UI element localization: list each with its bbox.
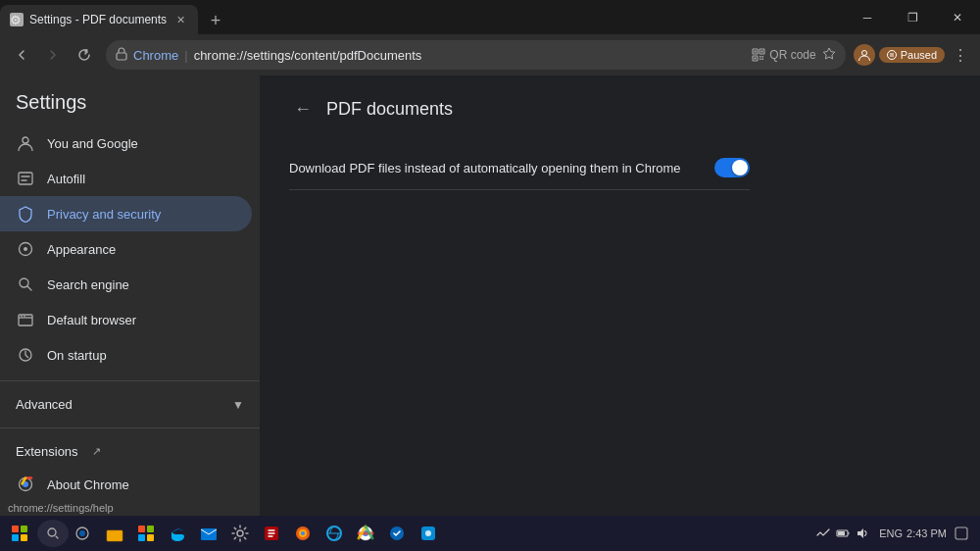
pdf-download-toggle[interactable] (714, 158, 750, 177)
status-bar: chrome://settings/help (0, 500, 122, 516)
shield-icon (16, 204, 35, 224)
tab-close-button[interactable]: ✕ (172, 12, 188, 27)
sidebar-advanced-section[interactable]: Advanced ▼ (0, 389, 260, 420)
content-wrapper: ← PDF documents Download PDF files inste… (260, 75, 980, 516)
taskbar-app-12[interactable] (414, 519, 443, 548)
qr-code-button[interactable]: QR code (752, 48, 815, 62)
svg-rect-33 (138, 534, 145, 541)
taskbar-app-11[interactable] (382, 519, 412, 548)
bookmark-button[interactable] (822, 47, 836, 64)
sidebar-label-you-and-google: You and Google (47, 136, 138, 151)
start-button[interactable] (4, 518, 35, 549)
chevron-down-icon: ▼ (232, 398, 244, 412)
svg-point-15 (23, 137, 28, 143)
page-title: PDF documents (326, 99, 453, 120)
svg-rect-7 (760, 56, 761, 58)
svg-rect-5 (761, 51, 763, 53)
person-icon (16, 133, 35, 153)
sidebar-divider (0, 380, 260, 381)
sidebar-item-privacy-security[interactable]: Privacy and security (0, 196, 252, 231)
svg-point-11 (861, 51, 866, 56)
taskbar-app-settings[interactable] (225, 519, 255, 548)
sidebar-item-on-startup[interactable]: On startup (0, 337, 252, 373)
forward-button[interactable] (39, 41, 67, 69)
sidebar-item-search-engine[interactable]: Search engine (0, 267, 252, 302)
paused-button[interactable]: Paused (879, 47, 945, 63)
main-layout: Settings You and Google Autofill Privacy… (0, 75, 980, 516)
external-link-icon: ↗ (92, 445, 101, 458)
sidebar: Settings You and Google Autofill Privacy… (0, 75, 260, 516)
status-url: chrome://settings/help (8, 502, 114, 514)
chrome-menu-button[interactable]: ⋮ (949, 42, 972, 69)
sidebar-item-autofill[interactable]: Autofill (0, 161, 252, 196)
reload-button[interactable] (71, 41, 98, 69)
language-label: ENG (879, 527, 903, 539)
svg-rect-10 (762, 59, 764, 61)
pdf-download-setting-row: Download PDF files instead of automatica… (289, 146, 750, 190)
svg-rect-0 (117, 53, 126, 60)
taskbar-app-ie[interactable] (319, 519, 349, 548)
svg-rect-14 (892, 53, 893, 57)
taskbar-search-button[interactable] (37, 520, 69, 547)
autofill-icon (16, 169, 35, 188)
sidebar-label-autofill: Autofill (47, 172, 85, 186)
paused-label: Paused (901, 49, 937, 61)
sidebar-item-you-and-google[interactable]: You and Google (0, 125, 252, 161)
svg-rect-50 (956, 527, 967, 539)
clock-time: 2:43 PM (906, 526, 947, 540)
back-button[interactable] (8, 41, 35, 69)
windows-logo (12, 526, 27, 541)
taskbar-app-firefox[interactable] (288, 519, 318, 548)
svg-point-18 (24, 247, 27, 251)
sidebar-item-about-chrome[interactable]: About Chrome (0, 467, 252, 502)
taskbar-system-tray (810, 526, 875, 540)
startup-icon (16, 345, 35, 365)
taskbar-app-store[interactable] (131, 519, 161, 548)
svg-point-28 (79, 530, 85, 536)
address-bar[interactable]: Chrome | chrome://settings/content/pdfDo… (106, 40, 846, 70)
sidebar-item-appearance[interactable]: Appearance (0, 231, 252, 267)
svg-point-46 (425, 530, 431, 536)
sidebar-label-default-browser: Default browser (47, 313, 136, 327)
cortana-button[interactable] (69, 520, 96, 547)
svg-rect-16 (19, 173, 32, 184)
sidebar-divider-2 (0, 427, 260, 428)
svg-point-36 (237, 530, 243, 536)
active-tab[interactable]: ⚙ Settings - PDF documents ✕ (0, 5, 198, 34)
sidebar-header: Settings (0, 83, 260, 125)
advanced-label: Advanced (16, 397, 73, 412)
svg-point-40 (301, 531, 305, 535)
minimize-button[interactable]: ─ (845, 0, 890, 34)
svg-rect-29 (107, 530, 122, 541)
toggle-thumb (732, 160, 748, 175)
sidebar-item-extensions[interactable]: Extensions ↗ (0, 436, 260, 467)
taskbar-app-chrome[interactable] (351, 519, 380, 548)
new-tab-button[interactable]: + (202, 7, 229, 34)
taskbar-app-mail[interactable] (194, 519, 223, 548)
svg-rect-31 (138, 526, 145, 532)
close-window-button[interactable]: ✕ (935, 0, 980, 34)
taskbar-app-edge[interactable] (163, 519, 192, 548)
taskbar-apps (100, 519, 810, 548)
back-button-content[interactable]: ← (289, 95, 317, 123)
toggle-track (714, 158, 750, 177)
notification-button[interactable] (951, 523, 972, 544)
profile-button[interactable] (854, 44, 875, 66)
navigation-bar: Chrome | chrome://settings/content/pdfDo… (0, 34, 980, 75)
svg-rect-9 (760, 59, 761, 61)
volume-icon (856, 526, 869, 540)
title-bar: ⚙ Settings - PDF documents ✕ + ─ ❐ ✕ (0, 0, 980, 34)
svg-rect-6 (755, 58, 757, 60)
sidebar-item-default-browser[interactable]: Default browser (0, 302, 252, 337)
taskbar-app-file-explorer[interactable] (100, 519, 129, 548)
system-clock[interactable]: 2:43 PM (906, 526, 947, 540)
svg-point-26 (48, 528, 56, 536)
taskbar-right: ENG 2:43 PM (810, 523, 976, 544)
tab-favicon: ⚙ (10, 13, 24, 26)
window-controls: ─ ❐ ✕ (845, 0, 980, 34)
svg-point-12 (887, 51, 896, 60)
taskbar-app-6[interactable] (257, 519, 286, 548)
svg-rect-20 (19, 315, 32, 326)
svg-rect-13 (890, 53, 891, 57)
restore-button[interactable]: ❐ (890, 0, 935, 34)
